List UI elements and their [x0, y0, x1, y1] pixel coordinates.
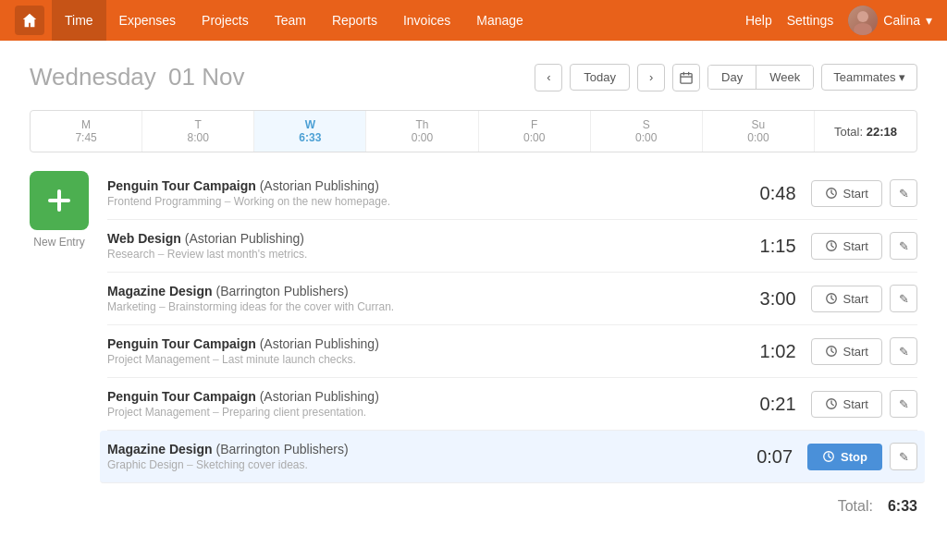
table-row: Penguin Tour Campaign (Astorian Publishi… [107, 167, 917, 220]
nav-expenses[interactable]: Expenses [106, 0, 189, 41]
week-day-fri[interactable]: F 0:00 [479, 111, 591, 152]
entry-description: Working on the new homepage. [234, 195, 390, 208]
help-link[interactable]: Help [745, 13, 772, 28]
home-button[interactable] [15, 6, 44, 35]
entry-subtitle: Project Management – Last minute launch … [107, 353, 748, 366]
day-time-thu: 0:00 [377, 131, 466, 144]
day-time-mon: 7:45 [42, 131, 130, 144]
top-nav: Time Expenses Projects Team Reports Invo… [0, 0, 947, 41]
entry-description: Review last month's metrics. [167, 248, 308, 261]
entry-client: (Barrington Publishers) [215, 442, 348, 457]
svg-line-22 [831, 404, 834, 406]
day-letter-mon: M [42, 118, 130, 131]
nav-invoices[interactable]: Invoices [390, 0, 463, 41]
next-day-button[interactable]: › [637, 64, 665, 91]
week-day-wed[interactable]: W 6:33 [254, 111, 366, 152]
today-button[interactable]: Today [570, 64, 630, 91]
avatar [848, 6, 878, 35]
start-button[interactable]: Start [811, 233, 882, 260]
stop-button[interactable]: Stop [807, 444, 882, 470]
nav-links: Time Expenses Projects Team Reports Invo… [52, 0, 536, 41]
entry-time: 0:21 [748, 394, 796, 415]
clock-icon [825, 292, 838, 305]
new-entry-button[interactable] [30, 171, 89, 230]
prev-day-button[interactable]: ‹ [535, 64, 562, 91]
calendar-button[interactable] [672, 64, 700, 91]
week-row: M 7:45 T 8:00 W 6:33 Th 0:00 F 0:00 S 0:… [30, 110, 917, 152]
week-day-mon[interactable]: M 7:45 [31, 111, 142, 152]
entry-title: Penguin Tour Campaign (Astorian Publishi… [107, 389, 748, 404]
start-label: Start [843, 345, 868, 359]
week-total: Total: 22:18 [815, 111, 916, 152]
day-time-tue: 8:00 [154, 131, 242, 144]
entry-client: (Astorian Publishing) [260, 178, 379, 193]
entry-dash: – [187, 458, 196, 471]
svg-rect-2 [681, 73, 692, 83]
entry-description: Sketching cover ideas. [196, 458, 308, 471]
entry-time: 0:48 [748, 183, 796, 204]
entry-task: Marketing [107, 300, 156, 313]
week-total-value: 22:18 [867, 125, 897, 139]
entry-description: Last minute launch checks. [222, 353, 356, 366]
total-value: 6:33 [888, 498, 917, 515]
user-name: Calina [883, 13, 920, 28]
stop-label: Stop [841, 450, 867, 464]
edit-button[interactable]: ✎ [890, 337, 917, 365]
start-button[interactable]: Start [811, 286, 882, 312]
day-time-fri: 0:00 [490, 131, 579, 144]
settings-link[interactable]: Settings [787, 13, 834, 28]
start-label: Start [843, 397, 868, 411]
nav-reports[interactable]: Reports [319, 0, 390, 41]
entry-subtitle: Project Management – Preparing client pr… [107, 406, 748, 419]
date-day: 01 Nov [168, 63, 244, 91]
entry-time: 1:02 [748, 341, 796, 362]
edit-icon: ✎ [899, 450, 909, 464]
start-button[interactable]: Start [811, 338, 882, 365]
start-label: Start [843, 292, 868, 306]
week-day-tue[interactable]: T 8:00 [142, 111, 254, 152]
nav-manage[interactable]: Manage [463, 0, 536, 41]
week-day-sun[interactable]: Su 0:00 [703, 111, 815, 152]
table-row: Magazine Design (Barrington Publishers) … [100, 431, 925, 483]
svg-line-19 [831, 351, 834, 353]
date-title: Wednesday 01 Nov [30, 63, 244, 91]
week-total-label: Total: [834, 125, 863, 139]
day-time-sat: 0:00 [602, 131, 691, 144]
entry-info: Penguin Tour Campaign (Astorian Publishi… [107, 389, 748, 419]
edit-button[interactable]: ✎ [890, 285, 917, 312]
entry-description: Preparing client presentation. [222, 406, 366, 419]
start-button[interactable]: Start [811, 180, 882, 207]
week-day-thu[interactable]: Th 0:00 [366, 111, 478, 152]
table-row: Web Design (Astorian Publishing) Researc… [107, 220, 917, 273]
nav-projects[interactable]: Projects [189, 0, 262, 41]
start-label: Start [843, 239, 868, 253]
entry-dash: – [213, 353, 222, 366]
edit-icon: ✎ [899, 292, 909, 306]
teammates-button[interactable]: Teammates ▾ [821, 64, 917, 91]
table-row: Penguin Tour Campaign (Astorian Publishi… [107, 325, 917, 378]
entry-client: (Astorian Publishing) [185, 231, 304, 246]
edit-button[interactable]: ✎ [890, 390, 917, 418]
week-day-sat[interactable]: S 0:00 [591, 111, 703, 152]
main-content: Wednesday 01 Nov ‹ Today › Day Week Team… [0, 41, 947, 560]
edit-button[interactable]: ✎ [890, 179, 917, 207]
edit-button[interactable]: ✎ [890, 232, 917, 260]
edit-button[interactable]: ✎ [890, 443, 917, 470]
day-time-wed: 6:33 [265, 131, 354, 144]
entry-title: Web Design (Astorian Publishing) [107, 231, 748, 246]
day-letter-sun: Su [714, 118, 803, 131]
user-menu[interactable]: Calina ▾ [848, 6, 932, 35]
plus-icon [44, 186, 74, 215]
entry-task: Frontend Programming [107, 195, 221, 208]
date-weekday: Wednesday [30, 63, 156, 91]
nav-right: Help Settings Calina ▾ [745, 6, 932, 35]
nav-time[interactable]: Time [52, 0, 106, 41]
entry-project: Web Design [107, 231, 181, 246]
nav-team[interactable]: Team [262, 0, 319, 41]
date-header: Wednesday 01 Nov ‹ Today › Day Week Team… [30, 63, 917, 91]
start-button[interactable]: Start [811, 391, 882, 418]
day-view-button[interactable]: Day [708, 66, 756, 89]
start-label: Start [843, 187, 868, 201]
week-view-button[interactable]: Week [756, 66, 813, 89]
day-letter-tue: T [154, 118, 242, 131]
